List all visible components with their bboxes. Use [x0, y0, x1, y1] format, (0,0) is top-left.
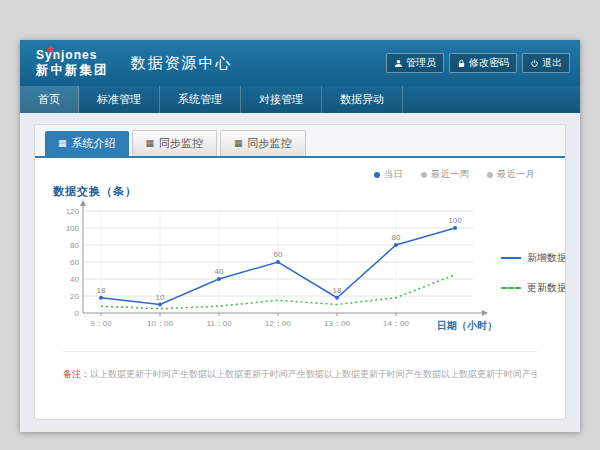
- note-text: 以上数据更新于时间产生数据以上数据更新于时间产生数据以上数据更新于时间产生数据以…: [90, 369, 537, 379]
- tab-label: 同步监控: [159, 136, 203, 151]
- power-icon: [530, 59, 539, 68]
- chart-row: 0204060801001209：0010：0011：0012：0013：001…: [49, 199, 551, 339]
- change-password-button[interactable]: 修改密码: [449, 53, 517, 73]
- note-label: 备注：: [63, 369, 90, 379]
- legend-dot: [421, 172, 427, 178]
- svg-text:60: 60: [70, 258, 79, 267]
- svg-text:100: 100: [448, 216, 462, 225]
- svg-text:120: 120: [66, 207, 80, 216]
- series-label: 更新数据: [527, 281, 566, 295]
- lock-icon: [457, 59, 466, 68]
- svg-text:20: 20: [70, 292, 79, 301]
- logo-star-icon: ✱: [46, 45, 54, 55]
- tab-sync-monitor-1[interactable]: ▦ 同步监控: [132, 130, 218, 156]
- svg-text:14：00: 14：00: [383, 319, 409, 328]
- svg-text:12：00: 12：00: [265, 319, 291, 328]
- nav-item-system-mgmt[interactable]: 系统管理: [160, 86, 241, 113]
- tab-label: 同步监控: [248, 136, 292, 151]
- svg-text:40: 40: [70, 275, 79, 284]
- svg-text:18: 18: [333, 286, 342, 295]
- logout-button-label: 退出: [542, 56, 562, 70]
- tab-label: 系统介绍: [72, 136, 116, 151]
- logo-subtitle: 新中新集团: [36, 63, 109, 77]
- content-area: ▦ 系统介绍 ▦ 同步监控 ▦ 同步监控 当日: [20, 113, 580, 432]
- y-axis-title: 数据交换（条）: [53, 184, 551, 199]
- legend-new-data[interactable]: 新增数据: [501, 251, 566, 265]
- header: Synjones ✱ 新中新集团 数据资源中心 管理员 修改密码: [20, 40, 580, 86]
- tab-system-intro[interactable]: ▦ 系统介绍: [45, 131, 129, 156]
- line-swatch: [501, 257, 521, 259]
- legend-dot: [374, 172, 380, 178]
- page-title: 数据资源中心: [131, 54, 233, 73]
- tabs-bar: ▦ 系统介绍 ▦ 同步监控 ▦ 同步监控: [35, 125, 565, 158]
- legend-item-today[interactable]: 当日: [374, 168, 403, 181]
- grid-icon: ▦: [58, 139, 67, 148]
- chart-filter-legend: 当日 最近一周 最近一月: [49, 168, 551, 181]
- svg-text:80: 80: [70, 241, 79, 250]
- footer-note: 备注：以上数据更新于时间产生数据以上数据更新于时间产生数据以上数据更新于时间产生…: [63, 351, 537, 381]
- grid-icon: ▦: [234, 139, 243, 148]
- series-label: 新增数据: [527, 251, 566, 265]
- svg-text:9：00: 9：00: [90, 319, 112, 328]
- legend-label: 当日: [384, 168, 403, 181]
- svg-text:13：00: 13：00: [324, 319, 350, 328]
- admin-button[interactable]: 管理员: [386, 53, 444, 73]
- legend-label: 最近一周: [431, 168, 469, 181]
- svg-text:日期（小时）: 日期（小时）: [437, 320, 497, 331]
- svg-text:18: 18: [97, 286, 106, 295]
- legend-item-last-week[interactable]: 最近一周: [421, 168, 469, 181]
- main-card: ▦ 系统介绍 ▦ 同步监控 ▦ 同步监控 当日: [34, 124, 566, 420]
- grid-icon: ▦: [146, 139, 155, 148]
- app-window: Synjones ✱ 新中新集团 数据资源中心 管理员 修改密码: [20, 40, 580, 432]
- legend-update-data[interactable]: 更新数据: [501, 281, 566, 295]
- logout-button[interactable]: 退出: [522, 53, 570, 73]
- svg-text:100: 100: [66, 224, 80, 233]
- nav-item-home[interactable]: 首页: [20, 86, 79, 113]
- nav-item-standard-mgmt[interactable]: 标准管理: [79, 86, 160, 113]
- svg-text:10：00: 10：00: [147, 319, 173, 328]
- line-chart: 0204060801001209：0010：0011：0012：0013：001…: [49, 199, 499, 339]
- logo: Synjones ✱ 新中新集团: [30, 49, 115, 77]
- legend-item-last-month[interactable]: 最近一月: [487, 168, 535, 181]
- user-icon: [394, 59, 403, 68]
- admin-button-label: 管理员: [406, 56, 436, 70]
- svg-text:10: 10: [156, 293, 165, 302]
- nav-item-data-change[interactable]: 数据异动: [322, 86, 403, 113]
- user-actions: 管理员 修改密码 退出: [386, 53, 570, 73]
- svg-text:11：00: 11：00: [206, 319, 232, 328]
- chart-panel: 当日 最近一周 最近一月 数据交换（条） 0204060801001209：00…: [35, 158, 565, 381]
- nav-item-interface-mgmt[interactable]: 对接管理: [241, 86, 322, 113]
- change-password-button-label: 修改密码: [469, 56, 509, 70]
- series-legend: 新增数据 更新数据: [501, 251, 566, 339]
- legend-dot: [487, 172, 493, 178]
- svg-text:40: 40: [215, 267, 224, 276]
- svg-text:60: 60: [274, 250, 283, 259]
- tab-sync-monitor-2[interactable]: ▦ 同步监控: [220, 130, 306, 156]
- svg-text:80: 80: [392, 233, 401, 242]
- main-nav: 首页 标准管理 系统管理 对接管理 数据异动: [20, 86, 580, 113]
- legend-label: 最近一月: [497, 168, 535, 181]
- line-swatch: [501, 287, 521, 289]
- svg-text:0: 0: [75, 309, 80, 318]
